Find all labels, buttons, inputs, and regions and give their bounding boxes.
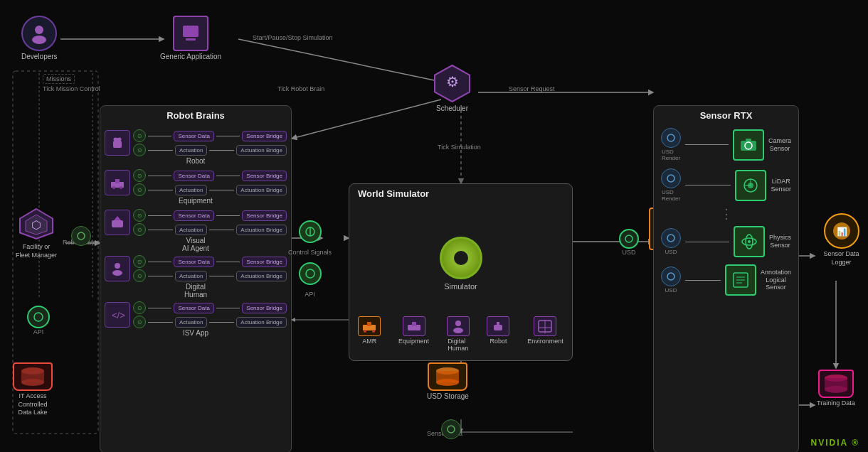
robot-sensors: ⊙ Sensor Data Sensor Bridge ⊙ Actuation … — [133, 129, 287, 156]
visual-ai-sensors: ⊙ Sensor Data Sensor Bridge ⊙ Actuation … — [133, 209, 287, 236]
api-node-icon — [27, 306, 50, 328]
robot-brains-title: Robot Brains — [100, 106, 291, 122]
scheduler-node: ⚙ Scheduler — [433, 64, 472, 113]
svg-point-65 — [667, 175, 674, 182]
api-node-label: API — [33, 328, 44, 335]
nvidia-badge: NVIDIA ® — [811, 438, 859, 448]
annotation-sensor-row: USD AnnotationLogicalSensor — [661, 264, 791, 296]
training-data-node: Training Data — [817, 370, 855, 408]
digital-human-row: ⊙ Sensor Data Sensor Bridge ⊙ Actuation … — [105, 255, 287, 282]
svg-point-51 — [455, 321, 461, 326]
isv-app-row: </> ⊙ Sensor Data Sensor Bridge ⊙ Actuat… — [105, 301, 287, 328]
svg-point-34 — [112, 186, 115, 189]
svg-text:</>: </> — [112, 310, 125, 321]
usd-physics: USD — [661, 228, 681, 255]
it-access-label: IT AccessControlledData Lake — [18, 392, 47, 417]
svg-point-35 — [120, 186, 122, 189]
ws-amr-icon — [358, 316, 381, 336]
tick-mission-label: Tick Mission Control — [43, 85, 100, 92]
api-circle-label: API — [305, 291, 315, 298]
digital-human-icon — [105, 256, 130, 281]
svg-line-3 — [292, 99, 441, 139]
svg-point-44 — [306, 269, 314, 278]
ws-equipment-label: Equipment — [398, 338, 429, 345]
ws-robot: Robot — [487, 316, 509, 345]
ws-digital-human: DigitalHuman — [447, 316, 470, 352]
usd-storage-icon — [428, 362, 467, 391]
equipment-sensors: ⊙ Sensor Data Sensor Bridge ⊙ Actuation … — [133, 169, 287, 196]
svg-text:⬡: ⬡ — [31, 219, 41, 231]
usd-circle-label: USD — [622, 249, 635, 256]
svg-point-40 — [112, 270, 122, 276]
svg-rect-32 — [116, 138, 119, 141]
generic-app-label: Generic Application — [160, 53, 221, 61]
physics-sensor-icon — [734, 226, 765, 257]
generic-app-icon — [173, 16, 208, 51]
ws-robot-icon — [487, 316, 509, 336]
svg-rect-54 — [497, 322, 499, 325]
usd-circle-node: USD — [619, 229, 639, 256]
sensor-request-label: Sensor Request — [509, 85, 555, 92]
robot-states-icon — [71, 226, 91, 246]
control-signals-label: Control Signals — [288, 249, 332, 257]
physics-sensor-label: PhysicsSensor — [769, 234, 791, 249]
usd-render-lidar: USDRender — [661, 168, 681, 202]
equipment-row: ⊙ Sensor Data Sensor Bridge ⊙ Actuation … — [105, 169, 287, 196]
training-data-icon — [818, 370, 854, 398]
visual-ai-label: VisualAI Agent — [100, 237, 291, 252]
api-node: API — [27, 306, 50, 335]
visual-ai-icon — [105, 210, 130, 235]
facility-icon: ⬡ — [18, 206, 54, 242]
ws-environment: Environment — [527, 316, 563, 345]
digital-human-sensors: ⊙ Sensor Data Sensor Bridge ⊙ Actuation … — [133, 255, 287, 282]
sensor-rtx-title: Sensor RTX — [654, 106, 798, 122]
svg-point-39 — [115, 263, 120, 269]
api-circle-icon — [299, 262, 322, 285]
camera-sensor-icon — [733, 129, 764, 161]
isv-app-sensors: ⊙ Sensor Data Sensor Bridge ⊙ Actuation … — [133, 301, 287, 328]
ws-dh-label: DigitalHuman — [448, 338, 468, 352]
developers-icon — [21, 16, 57, 51]
svg-point-61 — [667, 134, 674, 141]
sensor-data-storage-icon — [441, 419, 461, 439]
svg-rect-48 — [367, 322, 371, 326]
ws-env-label: Environment — [527, 338, 563, 345]
svg-point-70 — [667, 235, 674, 242]
lidar-sensor-icon — [735, 170, 766, 201]
physics-sensor-row: USD PhysicsSensor — [661, 226, 791, 257]
ws-env-icon — [534, 316, 556, 336]
svg-point-83 — [34, 313, 43, 321]
isv-app-label: ISV App — [100, 329, 291, 337]
world-sim-items: AMR Equipment DigitalHuman — [349, 316, 572, 352]
training-data-label: Training Data — [817, 399, 855, 408]
missions-label: Missions — [43, 74, 75, 84]
robot-brains-panel: Robot Brains ⊙ Sensor Data Sensor Bridge… — [100, 105, 292, 452]
svg-marker-38 — [114, 216, 121, 220]
simulator-node: Simulator — [440, 237, 482, 291]
robot-label: Robot — [100, 157, 291, 165]
svg-point-86 — [21, 379, 44, 386]
lidar-sensor-row: USDRender LiDARSensor — [661, 168, 791, 202]
svg-rect-36 — [115, 179, 120, 183]
world-simulator-panel: World Simulator Simulator AMR Equip — [349, 183, 573, 361]
usd-circle-icon — [619, 229, 639, 249]
svg-point-46 — [364, 330, 366, 333]
visual-ai-row: ⊙ Sensor Data Sensor Bridge ⊙ Actuation … — [105, 209, 287, 236]
annotation-sensor-label: AnnotationLogicalSensor — [761, 269, 791, 291]
ws-amr-label: AMR — [362, 338, 376, 345]
tick-sim-label: Tick Simulation — [438, 144, 481, 151]
lidar-sensor-label: LiDARSensor — [771, 178, 791, 193]
svg-rect-26 — [186, 38, 196, 41]
dots-separator: ⋮ — [654, 206, 798, 222]
start-pause-label: Start/Pause/Stop Simulation — [253, 34, 333, 41]
generic-app-node: Generic Application — [160, 16, 221, 61]
svg-rect-50 — [412, 322, 416, 326]
usd-storage-label: USD Storage — [427, 392, 469, 400]
svg-point-23 — [35, 26, 43, 34]
scheduler-label: Scheduler — [436, 104, 468, 113]
ws-equipment: Equipment — [398, 316, 429, 345]
facility-label: Facility orFleet Manager — [16, 243, 57, 259]
usd-storage-node: USD Storage — [427, 362, 469, 400]
ws-dh-icon — [447, 316, 470, 336]
control-signals-icon — [299, 220, 322, 243]
